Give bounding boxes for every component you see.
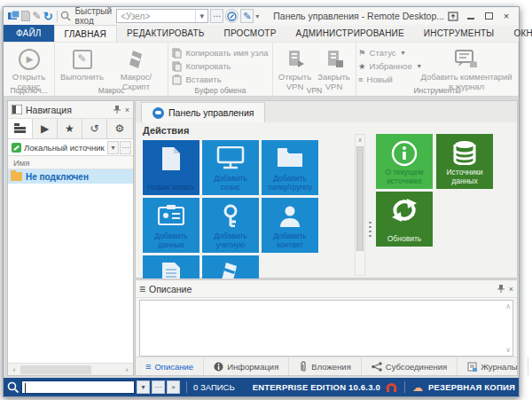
nav-tab-favorites[interactable]: ★ — [58, 119, 82, 138]
tab-view[interactable]: ПРОСМОТР — [215, 25, 286, 42]
chevron-down-icon[interactable]: ▾ — [107, 141, 119, 154]
tile-add-macro[interactable] — [202, 255, 259, 278]
run-button[interactable]: ✎ Выполнить — [58, 45, 107, 84]
search-icon — [7, 381, 19, 393]
dashboard-scrollbar[interactable]: ∧ — [355, 134, 365, 276]
favorites-button[interactable]: ★ Избранное ▾ — [358, 60, 417, 72]
tile-add-session[interactable]: Добавить сеанс — [202, 140, 259, 195]
tile-add-contact[interactable]: Добавить контакт — [262, 198, 318, 253]
tab-edit[interactable]: РЕДАКТИРОВАТЬ — [117, 25, 215, 42]
scroll-left-icon[interactable]: ‹ — [8, 365, 20, 374]
datasource-combobox[interactable]: Локальный источник д... ▾ ⋯ — [8, 139, 133, 156]
description-tab-strip: ≡ Описание Информация Вложения — [136, 357, 517, 375]
paste-icon — [172, 75, 182, 85]
filter-input[interactable] — [21, 380, 135, 394]
tab-description[interactable]: ≡ Описание — [136, 357, 204, 375]
close-button[interactable]: × — [497, 9, 515, 23]
tile-add-credential[interactable]: Добавить учетную — [202, 198, 259, 253]
pin-icon[interactable] — [113, 106, 121, 114]
backup-label[interactable]: РЕЗЕРВНАЯ КОПИЯ — [428, 382, 515, 392]
quick-connect-value[interactable]: <Узел> — [117, 12, 195, 21]
paste-button[interactable]: Вставить — [172, 74, 268, 85]
edit-pencil-icon[interactable]: ✎ — [32, 9, 41, 23]
tree-item-offline[interactable]: Не подключен — [8, 169, 133, 184]
scroll-down-icon[interactable]: ∨ — [505, 346, 511, 354]
tab-file[interactable]: ФАЙЛ — [4, 25, 54, 42]
fullscreen-button[interactable] — [444, 9, 462, 23]
ribbon: ▶ Открыть сеанс Подключ... ✎ Выполнить М… — [4, 43, 519, 97]
tab-journals[interactable]: Журналы — [458, 357, 528, 375]
tile-refresh[interactable]: Обновить — [376, 192, 433, 247]
tile-about-source[interactable]: О текущем источнике — [376, 134, 433, 189]
maximize-button[interactable] — [480, 9, 497, 23]
nav-tab-history[interactable]: ↺ — [82, 119, 107, 138]
scroll-up-icon[interactable]: ∧ — [505, 302, 511, 310]
more-options-button[interactable]: ⋯ — [210, 9, 223, 23]
new-button[interactable]: ≡ Новый — [358, 74, 417, 85]
quick-connect-label: Быстрый вход — [74, 6, 113, 26]
document-lines-icon — [143, 262, 200, 278]
copy-node-name-button[interactable]: Копировать имя узла — [172, 47, 268, 59]
id-card-icon — [143, 204, 200, 225]
ribbon-group-clipboard: Копировать имя узла Копировать Вставить … — [168, 43, 273, 96]
tile-new-entry[interactable]: Новая запись — [143, 140, 200, 195]
copy-button[interactable]: Копировать — [172, 60, 268, 72]
tab-administration[interactable]: АДМИНИСТРИРОВАНИЕ — [286, 25, 414, 42]
close-panel-icon[interactable]: × — [509, 285, 513, 294]
name-column-header[interactable]: Имя — [8, 156, 133, 169]
edition-label: ENTERPRISE EDITION 10.6.3.0 — [253, 382, 380, 392]
refresh-icon[interactable]: ↻ — [43, 9, 53, 23]
scroll-right-icon[interactable]: › — [121, 365, 133, 374]
edit-blue-icon[interactable]: ✎ — [240, 9, 254, 23]
search-icon[interactable] — [60, 9, 71, 23]
quick-connect-button[interactable] — [225, 9, 239, 23]
tile-add-document[interactable] — [143, 255, 200, 278]
monitor-icon — [202, 146, 259, 170]
datasource-value[interactable]: Локальный источник д... — [24, 143, 106, 153]
navigation-panel: Навигация × ▶ ★ ↺ ⚙ Локальный источник д… — [7, 100, 134, 376]
tab-subconnections[interactable]: Субсоединения — [362, 357, 458, 375]
nav-tab-settings[interactable]: ⚙ — [107, 119, 132, 138]
nav-tab-tree[interactable] — [8, 119, 33, 138]
tab-attachments[interactable]: Вложения — [289, 357, 362, 375]
ribbon-group-tools: ⚑ Статус ▾ ★ Избранное ▾ ≡ Новый Д — [356, 43, 519, 96]
tab-dashboard[interactable]: Панель управления — [141, 102, 265, 122]
description-textarea[interactable]: ∧ ∨ — [139, 300, 513, 357]
nav-horizontal-scrollbar[interactable]: ‹ › — [8, 363, 133, 375]
list-icon: ≡ — [145, 361, 151, 372]
tab-information[interactable]: Информация — [204, 357, 289, 375]
group-label-tools: Инструменты — [356, 86, 518, 95]
datasource-more-button[interactable]: ⋯ — [120, 141, 131, 154]
minimize-button[interactable] — [462, 9, 480, 23]
pin-icon[interactable] — [497, 285, 505, 293]
status-bar: ▾ ⋯ × 0 ЗАПИСЬ ENTERPRISE EDITION 10.6.3… — [4, 378, 519, 396]
clear-filter-button[interactable]: × — [167, 380, 180, 394]
chevron-down-icon[interactable]: ▾ — [137, 380, 150, 394]
scroll-thumb[interactable] — [20, 365, 91, 374]
tab-tools[interactable]: ИНСТРУМЕНТЫ — [414, 25, 505, 42]
flag-icon: ⚑ — [358, 48, 366, 58]
nav-tab-sessions[interactable]: ▶ — [33, 119, 58, 138]
status-button[interactable]: ⚑ Статус ▾ — [358, 47, 417, 59]
app-icon[interactable] — [8, 9, 20, 23]
navigation-header: Навигация × — [8, 101, 133, 119]
tile-data-sources[interactable]: Источники данных — [436, 134, 493, 189]
window-title: Панель управления - Remote Desktop... — [273, 11, 444, 21]
new-document-icon[interactable] — [21, 9, 30, 23]
filter-options-button[interactable]: ⋯ — [152, 380, 165, 394]
tile-add-folder[interactable]: Добавить папку/группу — [262, 140, 318, 195]
scroll-up-icon[interactable]: ∧ — [356, 135, 364, 145]
offline-icon[interactable] — [386, 382, 397, 393]
quick-connect-combobox[interactable]: <Узел> ▾ — [116, 9, 208, 23]
tile-add-data[interactable]: Добавить данные — [143, 198, 200, 253]
close-panel-icon[interactable]: × — [125, 106, 129, 114]
contact-icon — [262, 204, 318, 227]
scroll-thumb[interactable] — [356, 146, 364, 251]
navigation-toolbar: ▶ ★ ↺ ⚙ — [8, 119, 133, 139]
tab-window[interactable]: ОКНО — [504, 25, 532, 42]
chevron-down-icon[interactable]: ▾ — [195, 10, 207, 22]
copy-name-icon — [172, 48, 182, 59]
splitter-handle[interactable] — [369, 222, 372, 239]
tab-home[interactable]: ГЛАВНАЯ — [54, 25, 117, 42]
toolbar-customize-arrow[interactable]: ▾ — [255, 12, 259, 20]
